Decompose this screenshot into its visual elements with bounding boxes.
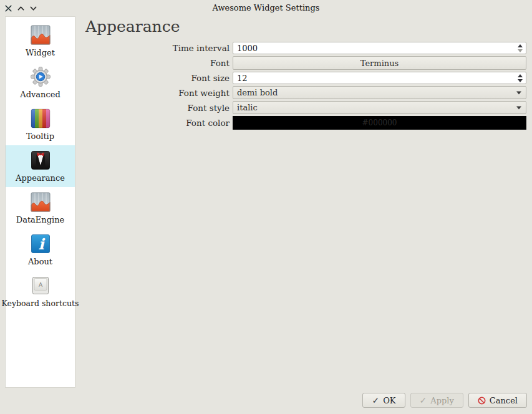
check-icon: ✓: [372, 395, 379, 405]
sidebar-item-dataengine[interactable]: DataEngine: [6, 187, 75, 229]
sidebar-item-label: Tooltip: [26, 132, 54, 141]
keyboard-key-icon: [31, 276, 51, 296]
font-label: Font: [87, 58, 231, 68]
spin-down-icon[interactable]: [518, 79, 523, 82]
info-icon: [31, 234, 51, 254]
font-button-value: Terminus: [360, 59, 399, 68]
font-size-spinbox: [233, 72, 526, 84]
check-icon: ✓: [420, 395, 427, 405]
tuxedo-icon: [31, 150, 51, 170]
page-title: Appearance: [85, 17, 180, 36]
titlebar: Awesome Widget Settings: [0, 0, 532, 16]
sidebar-item-about[interactable]: About: [6, 229, 75, 271]
sidebar-item-keyboard-shortcuts[interactable]: Keyboard shortcuts: [6, 271, 75, 312]
time-interval-label: Time interval: [87, 43, 231, 53]
sidebar-item-label: Advanced: [20, 90, 60, 99]
appearance-form: Time interval Font Terminus Font size Fo…: [87, 42, 526, 130]
sidebar-item-widget[interactable]: Widget: [6, 20, 75, 62]
spin-up-icon[interactable]: [518, 74, 523, 77]
apply-button-label: Apply: [430, 396, 454, 405]
font-weight-dropdown[interactable]: demi bold: [233, 86, 526, 99]
font-style-value: italic: [237, 103, 258, 112]
cancel-button-label: Cancel: [490, 396, 518, 405]
time-interval-input[interactable]: [233, 42, 526, 54]
ok-button[interactable]: ✓ OK: [362, 393, 405, 408]
ok-button-label: OK: [383, 396, 395, 405]
sidebar-item-label: DataEngine: [16, 215, 65, 224]
font-style-label: Font style: [87, 103, 231, 113]
caret-down-icon: [516, 106, 521, 109]
gear-icon: [31, 67, 51, 87]
chart-icon: [31, 25, 51, 45]
sidebar-item-tooltip[interactable]: Tooltip: [6, 104, 75, 145]
font-color-button[interactable]: #000000: [233, 116, 526, 130]
cancel-button[interactable]: Cancel: [468, 393, 527, 408]
font-color-label: Font color: [87, 118, 231, 128]
font-size-label: Font size: [87, 73, 231, 83]
sidebar-item-label: Widget: [26, 48, 55, 57]
font-style-dropdown[interactable]: italic: [233, 101, 526, 114]
apply-button: ✓ Apply: [410, 393, 463, 408]
sidebar-item-label: Appearance: [16, 173, 65, 183]
sidebar-item-appearance[interactable]: Appearance: [6, 145, 75, 187]
font-weight-label: Font weight: [87, 88, 231, 98]
dialog-footer: ✓ OK ✓ Apply Cancel: [362, 393, 527, 408]
sidebar-item-label: Keyboard shortcuts: [2, 299, 79, 308]
font-size-input[interactable]: [233, 72, 526, 84]
sidebar-item-label: About: [28, 257, 52, 266]
no-entry-icon: [478, 397, 486, 405]
font-color-value: #000000: [362, 118, 397, 127]
chart-icon: [31, 192, 51, 212]
spin-up-icon[interactable]: [518, 44, 523, 47]
time-interval-spinbox: [233, 42, 526, 54]
caret-down-icon: [516, 91, 521, 94]
sidebar: Widget Advanced Tooltip Appearance DataE…: [5, 16, 75, 388]
spinner-arrows: [518, 42, 523, 54]
sidebar-item-advanced[interactable]: Advanced: [6, 62, 75, 104]
window-title: Awesome Widget Settings: [0, 0, 532, 16]
color-stripes-icon: [31, 108, 51, 128]
spin-down-icon[interactable]: [518, 49, 523, 52]
spinner-arrows: [518, 72, 523, 84]
font-weight-value: demi bold: [237, 88, 278, 97]
font-button[interactable]: Terminus: [233, 56, 526, 70]
